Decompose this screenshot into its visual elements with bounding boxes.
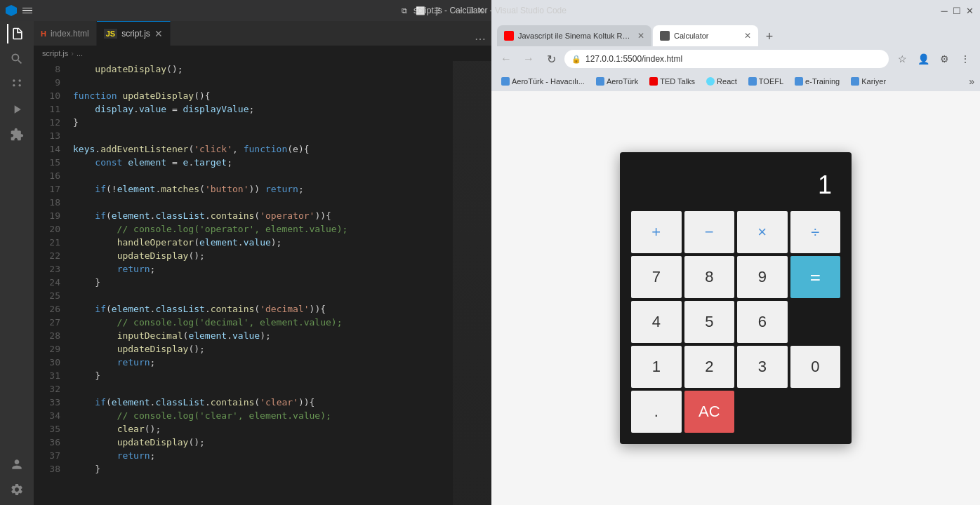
reload-button[interactable]: ↻ — [542, 50, 560, 68]
browser-tab-calculator-close[interactable]: ✕ — [744, 31, 751, 41]
search-icon[interactable] — [7, 49, 27, 69]
calc-btn-5[interactable]: 5 — [684, 301, 735, 343]
calc-btn-3[interactable]: 3 — [737, 346, 788, 388]
youtube-favicon — [504, 31, 514, 41]
bookmark-ted-talks[interactable]: TED Talks — [645, 76, 699, 87]
bookmark-aerotürk[interactable]: AeroTürk — [592, 76, 642, 87]
editor-body: H index.html JS script.js ✕ ⋯ script.js … — [0, 21, 491, 505]
browser-close-button[interactable]: ✕ — [965, 6, 974, 15]
browser-tab-youtube-close[interactable]: ✕ — [637, 31, 644, 41]
tab-script-js[interactable]: JS script.js ✕ — [97, 21, 171, 46]
calc-btn-8[interactable]: 8 — [684, 256, 735, 298]
tab-close-button[interactable]: ✕ — [154, 28, 163, 39]
menu-icon[interactable] — [22, 8, 32, 14]
bookmark-label-etraining: e-Training — [805, 77, 840, 86]
bookmark-label-aerotürk: AeroTürk — [607, 77, 638, 86]
vscode-title-bar: script.js - Calculator - Visual Studio C… — [0, 0, 491, 21]
forward-button[interactable]: → — [519, 50, 538, 68]
browser-maximize-button[interactable]: ☐ — [952, 6, 962, 15]
calc-btn-2[interactable]: 2 — [684, 346, 735, 388]
tab-label-script: script.js — [121, 29, 150, 39]
calc-btn-4[interactable]: 4 — [631, 301, 682, 343]
breadcrumb-bar: script.js › ... — [34, 46, 491, 61]
activity-bar-bottom — [7, 454, 27, 505]
explorer-icon[interactable] — [7, 24, 27, 43]
back-button[interactable]: ← — [497, 50, 515, 68]
bookmark-aerotürk-havacilik[interactable]: AeroTürk - Havacılı... — [497, 76, 589, 87]
bookmark-label-toefl: TOEFL — [759, 77, 783, 86]
calc-btn-1[interactable]: 1 — [631, 346, 682, 388]
bookmark-label-kariyer: Kariyer — [861, 77, 886, 86]
address-bar[interactable]: 🔒 127.0.0.1:5500/index.html — [564, 50, 889, 68]
calc-btn-9[interactable]: 9 — [737, 256, 788, 298]
calc-btn-minus[interactable]: − — [684, 211, 735, 253]
source-control-icon[interactable] — [7, 74, 27, 94]
browser-window: ─ ☐ ✕ Javascript ile Sinema Koltuk Rez..… — [491, 0, 980, 505]
bookmark-label-ted: TED Talks — [660, 77, 695, 86]
html-file-icon: H — [41, 29, 46, 38]
tab-index-html[interactable]: H index.html — [34, 21, 97, 46]
run-debug-icon[interactable] — [7, 100, 27, 119]
browser-extensions-button[interactable]: ⚙ — [935, 50, 953, 68]
browser-tab-calculator[interactable]: Calculator ✕ — [653, 25, 758, 46]
calc-btn-equals[interactable]: = — [790, 256, 841, 298]
code-content[interactable]: updateDisplay(); function updateDisplay(… — [67, 61, 453, 505]
browser-menu-button[interactable]: ⋮ — [956, 50, 974, 68]
vscode-window-title: script.js - Calculator - Visual Studio C… — [413, 6, 567, 15]
extensions-icon[interactable] — [7, 125, 27, 144]
calculator-display: 1 — [631, 163, 840, 211]
bookmark-favicon-aerotürk-havacilik — [501, 77, 510, 86]
bookmarks-toolbar: AeroTürk - Havacılı... AeroTürk TED Talk… — [491, 72, 980, 91]
browser-tab-calculator-label: Calculator — [674, 32, 740, 40]
browser-tab-bar: Javascript ile Sinema Koltuk Rez... ✕ Ca… — [491, 21, 980, 46]
bookmarks-more-button[interactable]: » — [969, 76, 974, 87]
minimap-content — [453, 61, 491, 505]
bookmark-toefl[interactable]: TOEFL — [744, 76, 788, 87]
new-tab-button[interactable]: + — [760, 27, 779, 46]
vscode-editor: script.js - Calculator - Visual Studio C… — [0, 0, 491, 505]
editor-minimap — [453, 61, 491, 505]
calc-btn-divide[interactable]: ÷ — [790, 211, 841, 253]
bookmark-favicon-etraining — [795, 77, 803, 86]
settings-icon[interactable] — [7, 480, 27, 499]
split-editor-icon[interactable]: ⧉ — [399, 5, 410, 17]
bookmark-react[interactable]: React — [702, 76, 741, 87]
bookmark-star-button[interactable]: ☆ — [893, 50, 911, 68]
calculator-buttons: + − × ÷ 7 8 9 = 4 5 6 1 2 3 0 . — [631, 211, 840, 433]
bookmark-favicon-ted — [649, 77, 658, 86]
activity-bar — [0, 21, 34, 505]
browser-profile-button[interactable]: 👤 — [914, 50, 932, 68]
calc-btn-7[interactable]: 7 — [631, 256, 682, 298]
bookmark-label-aerotürk-havacilik: AeroTürk - Havacılı... — [512, 77, 585, 86]
bookmark-etraining[interactable]: e-Training — [790, 76, 844, 87]
tab-overflow-button[interactable]: ⋯ — [469, 32, 491, 46]
browser-content: 1 + − × ÷ 7 8 9 = 4 5 6 1 2 3 — [491, 91, 980, 505]
calc-btn-multiply[interactable]: × — [737, 211, 788, 253]
code-editor[interactable]: 8 9 10 11 12 13 14 15 16 17 18 19 20 21 … — [34, 61, 491, 505]
editor-area: H index.html JS script.js ✕ ⋯ script.js … — [34, 21, 491, 505]
calc-btn-plus[interactable]: + — [631, 211, 682, 253]
tab-bar: H index.html JS script.js ✕ ⋯ — [34, 21, 491, 46]
calc-btn-clear[interactable]: AC — [684, 391, 735, 433]
breadcrumb-context: ... — [77, 49, 83, 58]
bookmark-label-react: React — [717, 77, 737, 86]
calc-btn-decimal[interactable]: . — [631, 391, 682, 433]
calc-btn-6[interactable]: 6 — [737, 301, 788, 343]
calculator-app: 1 + − × ÷ 7 8 9 = 4 5 6 1 2 3 — [620, 152, 852, 444]
account-icon[interactable] — [7, 454, 27, 474]
browser-tab-youtube[interactable]: Javascript ile Sinema Koltuk Rez... ✕ — [497, 25, 651, 46]
calc-btn-0[interactable]: 0 — [790, 346, 841, 388]
line-numbers: 8 9 10 11 12 13 14 15 16 17 18 19 20 21 … — [34, 61, 67, 505]
bookmark-favicon-react — [706, 77, 715, 86]
calculator-favicon — [660, 31, 670, 41]
breadcrumb-separator: › — [71, 49, 74, 58]
browser-minimize-button[interactable]: ─ — [939, 6, 949, 15]
vscode-logo-icon — [6, 5, 17, 16]
lock-icon: 🔒 — [571, 55, 581, 64]
title-bar-left — [6, 5, 32, 16]
nav-actions: ☆ 👤 ⚙ ⋮ — [893, 50, 974, 68]
tab-label-index: index.html — [51, 29, 89, 39]
browser-tab-youtube-label: Javascript ile Sinema Koltuk Rez... — [518, 32, 633, 40]
bookmark-kariyer[interactable]: Kariyer — [847, 76, 890, 87]
js-file-icon: JS — [104, 29, 117, 39]
